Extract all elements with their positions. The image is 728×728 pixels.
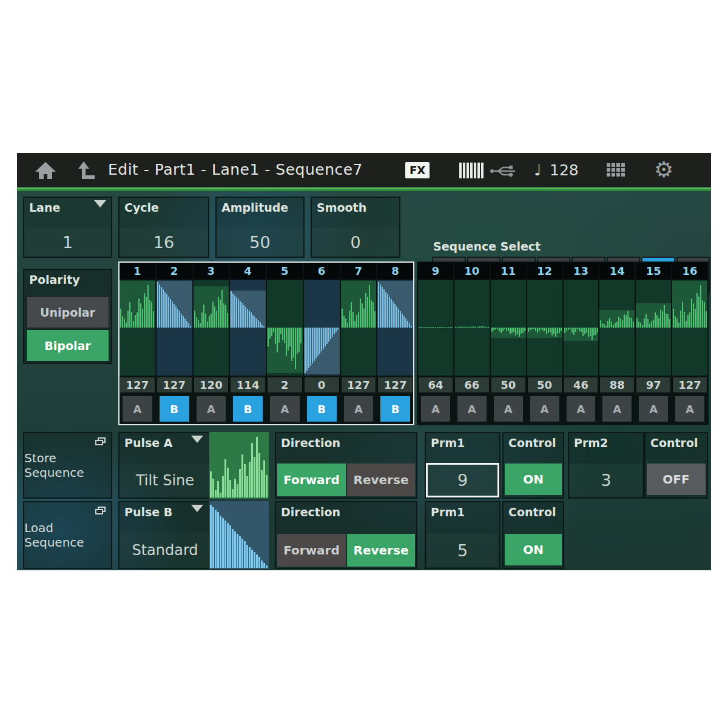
pulse-b-box[interactable]: Pulse B Standard bbox=[118, 501, 269, 569]
pulse-a-reverse-button[interactable]: Reverse bbox=[347, 463, 415, 496]
pulse-a-forward-button[interactable]: Forward bbox=[277, 463, 346, 496]
pulse-a-control2-toggle[interactable]: OFF bbox=[647, 463, 706, 495]
step-value[interactable]: 127 bbox=[120, 377, 155, 393]
pulse-b-label: Pulse B bbox=[124, 505, 172, 519]
step-value[interactable]: 0 bbox=[304, 377, 340, 393]
step-wave-cell[interactable] bbox=[454, 280, 490, 376]
step-pulse-select: A bbox=[454, 394, 490, 424]
pulse-b-waveform[interactable]: Standard bbox=[120, 533, 211, 568]
load-sequence-button[interactable]: Load Sequence bbox=[23, 501, 112, 569]
step-value[interactable]: 88 bbox=[599, 377, 635, 393]
step-pulse-toggle[interactable]: A bbox=[270, 396, 300, 422]
title-bar: Edit - Part1 - Lane1 - Sequence7 FX ♩ 12… bbox=[17, 153, 711, 187]
lane-box[interactable]: Lane 1 bbox=[23, 197, 112, 258]
step-pulse-toggle[interactable]: B bbox=[160, 396, 189, 422]
step-wave-cell[interactable] bbox=[636, 280, 671, 376]
step-column-14: 1488A bbox=[599, 263, 635, 424]
step-value[interactable]: 46 bbox=[564, 377, 599, 393]
step-wave-cell[interactable] bbox=[267, 280, 303, 376]
step-pulse-toggle[interactable]: B bbox=[233, 396, 263, 422]
up-level-icon[interactable] bbox=[76, 160, 97, 180]
pulse-b-prm1-box[interactable]: Prm1 5 bbox=[425, 501, 500, 569]
step-wave-cell[interactable] bbox=[491, 280, 526, 376]
step-value[interactable]: 114 bbox=[230, 377, 266, 393]
step-wave-cell[interactable] bbox=[527, 280, 562, 376]
cycle-box[interactable]: Cycle 16 bbox=[118, 197, 209, 258]
step-wave-cell[interactable] bbox=[304, 280, 340, 376]
step-wave-cell[interactable] bbox=[377, 280, 413, 376]
step-value[interactable]: 97 bbox=[636, 377, 671, 393]
step-pulse-toggle[interactable]: A bbox=[494, 396, 523, 422]
step-wave-cell[interactable] bbox=[194, 280, 229, 376]
step-wave-cell[interactable] bbox=[599, 280, 635, 376]
step-wave-cell[interactable] bbox=[564, 280, 599, 376]
smooth-box[interactable]: Smooth 0 bbox=[311, 197, 400, 258]
tempo-value[interactable]: 128 bbox=[550, 161, 579, 179]
amplitude-box[interactable]: Amplitude 50 bbox=[215, 197, 305, 258]
step-value[interactable]: 50 bbox=[527, 377, 562, 393]
lane-value[interactable]: 1 bbox=[24, 228, 111, 257]
step-pulse-toggle[interactable]: B bbox=[380, 396, 410, 422]
cycle-value[interactable]: 16 bbox=[120, 228, 208, 257]
fx-icon[interactable]: FX bbox=[405, 162, 430, 178]
store-sequence-button[interactable]: Store Sequence bbox=[23, 432, 112, 499]
matrix-grid-icon[interactable] bbox=[607, 163, 627, 179]
chevron-down-icon[interactable] bbox=[94, 200, 106, 207]
step-value[interactable]: 127 bbox=[157, 377, 192, 393]
step-pulse-toggle[interactable]: A bbox=[344, 396, 374, 422]
pulse-b-prm1-value[interactable]: 5 bbox=[427, 534, 498, 567]
step-pulse-select: A bbox=[120, 394, 155, 424]
pulse-b-control-toggle[interactable]: ON bbox=[505, 534, 562, 565]
step-pulse-select: A bbox=[599, 394, 635, 424]
step-pulse-toggle[interactable]: A bbox=[567, 396, 596, 422]
settings-gear-icon[interactable]: ⚙ bbox=[654, 157, 673, 182]
step-pulse-toggle[interactable]: A bbox=[421, 396, 450, 422]
step-pulse-select: B bbox=[377, 394, 413, 424]
step-wave-cell[interactable] bbox=[230, 280, 266, 376]
step-value[interactable]: 127 bbox=[672, 377, 707, 393]
step-number: 4 bbox=[230, 263, 266, 280]
step-column-13: 1346A bbox=[564, 263, 599, 424]
pulse-a-prm1-box[interactable]: Prm1 9 bbox=[425, 432, 500, 499]
step-pulse-select: B bbox=[304, 394, 340, 424]
prm1-label: Prm1 bbox=[431, 436, 465, 450]
keyboard-icon[interactable] bbox=[459, 163, 485, 178]
pulse-a-box[interactable]: Pulse A Tilt Sine bbox=[118, 432, 269, 499]
lane-label: Lane bbox=[29, 201, 60, 214]
step-value[interactable]: 50 bbox=[491, 377, 526, 393]
chevron-down-icon[interactable] bbox=[191, 505, 203, 512]
amplitude-value[interactable]: 50 bbox=[217, 228, 303, 257]
step-value[interactable]: 64 bbox=[418, 377, 453, 393]
step-pulse-toggle[interactable]: A bbox=[602, 396, 632, 422]
step-pulse-toggle[interactable]: B bbox=[307, 396, 337, 422]
home-icon[interactable] bbox=[34, 160, 57, 180]
pulse-a-prm2-box[interactable]: Prm2 3 bbox=[568, 432, 644, 499]
step-wave-cell[interactable] bbox=[418, 280, 453, 376]
step-pulse-toggle[interactable]: A bbox=[530, 396, 559, 422]
pulse-a-waveform[interactable]: Tilt Sine bbox=[120, 463, 211, 497]
chevron-down-icon[interactable] bbox=[191, 436, 203, 443]
pulse-b-reverse-button[interactable]: Reverse bbox=[347, 534, 415, 567]
step-wave-cell[interactable] bbox=[672, 280, 707, 376]
step-group-1-8: 1127A2127B3120A4114B52A60B7127A8127B bbox=[118, 261, 414, 425]
step-wave-cell[interactable] bbox=[120, 280, 155, 376]
polarity-unipolar-button[interactable]: Unipolar bbox=[26, 296, 109, 328]
step-pulse-toggle[interactable]: A bbox=[675, 396, 704, 422]
pulse-a-prm1-value[interactable]: 9 bbox=[426, 463, 499, 497]
step-pulse-toggle[interactable]: A bbox=[123, 396, 152, 422]
step-wave-cell[interactable] bbox=[341, 280, 377, 376]
step-pulse-toggle[interactable]: A bbox=[457, 396, 487, 422]
step-value[interactable]: 2 bbox=[267, 377, 303, 393]
pulse-a-prm2-value[interactable]: 3 bbox=[570, 463, 642, 496]
step-pulse-toggle[interactable]: A bbox=[197, 396, 226, 422]
step-value[interactable]: 127 bbox=[377, 377, 413, 393]
pulse-a-control-toggle[interactable]: ON bbox=[505, 463, 562, 495]
step-pulse-toggle[interactable]: A bbox=[639, 396, 668, 422]
step-value[interactable]: 127 bbox=[341, 377, 377, 393]
smooth-value[interactable]: 0 bbox=[312, 228, 399, 257]
step-value[interactable]: 66 bbox=[454, 377, 490, 393]
step-value[interactable]: 120 bbox=[194, 377, 229, 393]
pulse-b-forward-button[interactable]: Forward bbox=[277, 534, 346, 567]
step-wave-cell[interactable] bbox=[157, 280, 192, 376]
polarity-bipolar-button[interactable]: Bipolar bbox=[26, 329, 109, 362]
